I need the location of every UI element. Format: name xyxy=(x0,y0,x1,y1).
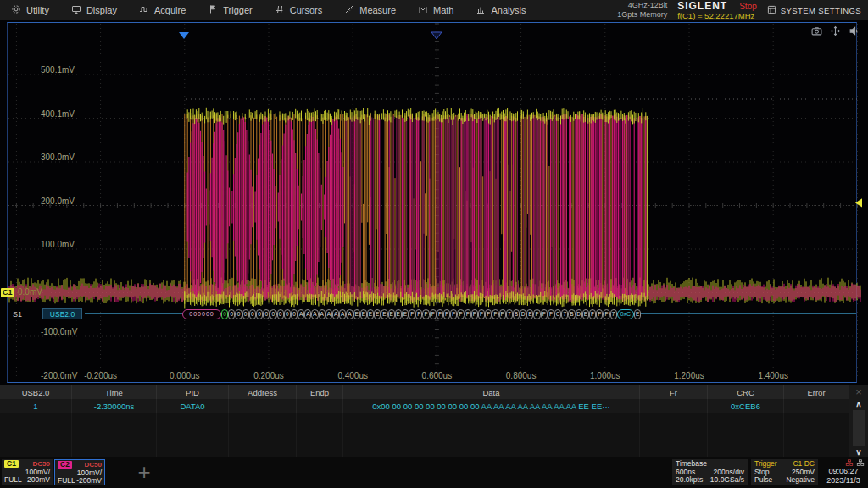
acquisition-state[interactable]: Stop xyxy=(739,2,757,11)
decode-nibble: F xyxy=(548,309,554,319)
menu-item-trigger[interactable]: Trigger xyxy=(197,0,263,20)
fit-screen-icon[interactable] xyxy=(830,25,841,40)
table-header-pid: PID xyxy=(157,385,229,399)
timebase-box[interactable]: Timebase600ns200ns/div20.0kpts10.0GSa/s xyxy=(672,459,748,485)
table-cell xyxy=(157,428,229,442)
analysis-icon xyxy=(476,4,486,16)
decode-nibble: 7 xyxy=(561,309,568,319)
decode-nibble: E xyxy=(402,309,409,319)
channel-offset: -200mV xyxy=(25,476,50,485)
voltage-axis-label: 500.1mV xyxy=(41,65,75,75)
scroll-down-icon[interactable]: ∨ xyxy=(855,446,861,458)
decode-nibble: A xyxy=(339,309,346,319)
decode-nibble: A xyxy=(311,309,318,319)
channel-box-c1[interactable]: C1DC50100mV/FULL-200mV xyxy=(2,459,53,485)
menu-item-math[interactable]: Math xyxy=(407,0,465,20)
channel-bandwidth: FULL xyxy=(4,476,22,485)
table-cell: 0xCEB6 xyxy=(708,399,784,413)
time-axis-label: -0.200us xyxy=(84,371,117,380)
time-axis-label: 1.200us xyxy=(674,371,704,380)
table-header-endp: Endp xyxy=(297,385,343,399)
display-corner-toolbar xyxy=(811,25,860,40)
menu-item-label: Measure xyxy=(359,5,396,15)
channel-box-c2[interactable]: C2DC50100mV/FULL-200mV xyxy=(54,459,105,485)
decode-nibble: A xyxy=(346,309,353,319)
system-settings-button[interactable]: SYSTEM SETTINGS xyxy=(767,5,861,16)
decode-nibble: 0 xyxy=(228,309,235,319)
decode-table-row[interactable]: 1-2.30000nsDATA00x00 00 00 00 00 00 00 0… xyxy=(0,399,849,413)
time-axis-label: 0.600us xyxy=(422,371,453,380)
scrollbar-thumb[interactable] xyxy=(853,410,865,446)
decode-nibble: F xyxy=(492,309,498,319)
decode-nibble: 0 xyxy=(284,309,291,319)
menu-item-utility[interactable]: Utility xyxy=(0,0,60,20)
table-cell xyxy=(640,442,708,457)
decode-protocol-badge[interactable]: USB2.0 xyxy=(42,308,82,319)
decode-nibble: F xyxy=(422,309,429,319)
add-channel-button[interactable]: + xyxy=(125,459,163,485)
menu-item-acquire[interactable]: Acquire xyxy=(128,0,197,20)
waveform-trace xyxy=(9,99,860,309)
decode-nibble: A xyxy=(326,309,332,319)
trigger-position-marker[interactable] xyxy=(179,32,189,39)
decode-nibble: F xyxy=(443,309,450,319)
camera-icon[interactable] xyxy=(811,25,822,40)
zero-volt-label: 0.0mV xyxy=(18,287,42,297)
decode-nibble: 0 xyxy=(277,309,284,319)
table-cell xyxy=(708,442,784,457)
table-cell xyxy=(229,442,297,457)
time-axis-label: 1.000us xyxy=(590,371,620,380)
decode-nibble: 0 xyxy=(256,309,263,319)
graticule-and-trace[interactable] xyxy=(0,20,868,385)
menu-item-cursors[interactable]: Cursors xyxy=(264,0,334,20)
decode-nibble: A xyxy=(298,309,304,319)
decode-nibble: F xyxy=(471,309,478,319)
c1-ground-badge[interactable]: C1 xyxy=(1,288,14,297)
trigger-box[interactable]: TriggerC1 DCStop250mVPulseNegative xyxy=(751,459,818,485)
close-table-icon[interactable]: × xyxy=(855,385,862,398)
table-header-usb2.0: USB2.0 xyxy=(0,385,72,399)
decode-nibble: F xyxy=(541,309,548,319)
decode-nibble: A xyxy=(304,309,311,319)
timebase-points: 20.0kpts xyxy=(676,476,703,485)
voltage-axis-label: 200.0mV xyxy=(41,197,75,206)
table-header-time: Time xyxy=(72,385,157,399)
table-cell xyxy=(640,413,708,428)
memory-label: 1Gpts Memory xyxy=(617,10,667,19)
bandwidth-label: 4GHz-12Bit xyxy=(617,1,667,10)
menu-item-analysis[interactable]: Analysis xyxy=(465,0,537,20)
decode-nibble: E xyxy=(395,309,402,319)
decode-eop-nibble: E xyxy=(634,309,641,319)
scroll-up-icon[interactable]: ∧ xyxy=(855,398,861,409)
menu-item-label: Acquire xyxy=(154,5,186,15)
decode-nibble: C xyxy=(554,309,561,319)
decode-nibble: F xyxy=(589,309,596,319)
voltage-axis-label: 400.1mV xyxy=(41,109,75,119)
decode-nibble: B xyxy=(568,309,575,319)
table-cell xyxy=(297,413,343,428)
decode-nibble: F xyxy=(499,309,506,319)
trigger-row: PulseNegative xyxy=(754,476,815,485)
channel-row: FULL-200mV xyxy=(4,476,50,485)
waveform-display-area[interactable]: 500.1mV400.1mV300.0mV200.0mV100.0mV-100.… xyxy=(0,20,868,385)
menu-item-measure[interactable]: Measure xyxy=(333,0,407,20)
menu-item-display[interactable]: Display xyxy=(60,0,128,20)
settings-grid-icon xyxy=(767,5,776,16)
decode-data-strip: 00000000000000000AAAAAAAAEEEEEEEEFFFFFFF… xyxy=(182,309,641,319)
table-cell xyxy=(708,428,784,442)
delay-reference-marker[interactable] xyxy=(431,32,442,39)
table-cell: 0x00 00 00 00 00 00 00 00 00 AA AA AA AA… xyxy=(343,399,640,413)
voltage-axis-label: -100.0mV xyxy=(41,327,77,336)
voltage-axis-label: 300.0mV xyxy=(41,152,75,162)
decode-nibble: F xyxy=(437,309,443,319)
frequency-counter: f(C1) = 52.22217MHz xyxy=(677,12,757,20)
table-cell xyxy=(708,413,784,428)
table-cell xyxy=(297,399,343,413)
brand-logo: SIGLENT xyxy=(677,0,727,12)
decode-sync-field: 000000 xyxy=(182,309,221,319)
speaker-icon[interactable] xyxy=(849,25,860,40)
channel-offset: -200mV xyxy=(76,477,102,485)
clock-date: 2023/11/3 xyxy=(821,476,866,485)
trigger-type: Pulse xyxy=(754,476,772,485)
acquire-icon xyxy=(139,4,149,16)
